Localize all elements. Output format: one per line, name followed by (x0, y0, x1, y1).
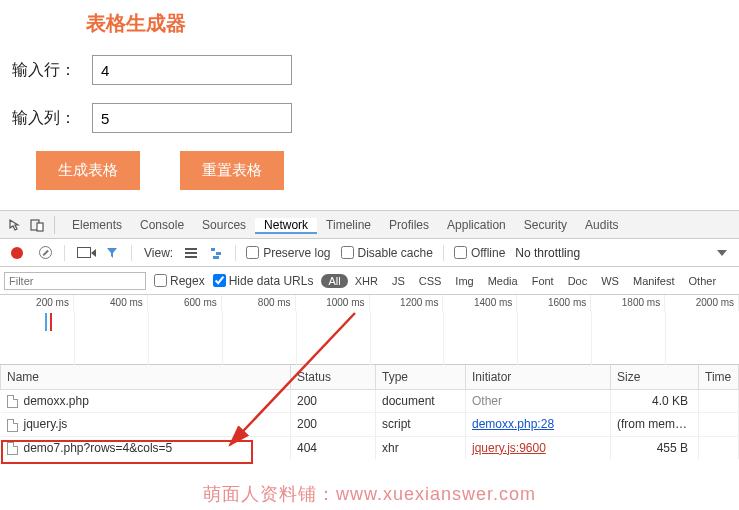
reset-button[interactable]: 重置表格 (180, 151, 284, 190)
filter-type-all[interactable]: All (321, 274, 347, 288)
inspect-icon[interactable] (6, 216, 24, 234)
tab-security[interactable]: Security (515, 218, 576, 232)
view-list-icon[interactable] (183, 245, 199, 261)
clear-icon[interactable] (36, 244, 54, 262)
svg-rect-4 (185, 256, 197, 258)
device-icon[interactable] (28, 216, 46, 234)
timeline-label: 1200 ms (370, 295, 444, 311)
timeline-label: 1000 ms (296, 295, 370, 311)
filter-type-manifest[interactable]: Manifest (626, 274, 682, 288)
chevron-down-icon[interactable] (717, 250, 727, 256)
table-row[interactable]: demo7.php?rows=4&cols=5404xhrjquery.js:9… (1, 436, 739, 459)
filter-icon[interactable] (103, 244, 121, 262)
tab-network[interactable]: Network (255, 218, 317, 234)
filter-type-js[interactable]: JS (385, 274, 412, 288)
divider (64, 245, 65, 261)
hide-data-urls-checkbox[interactable]: Hide data URLs (213, 274, 314, 288)
initiator-link: Other (472, 394, 502, 408)
tab-console[interactable]: Console (131, 218, 193, 232)
cols-input[interactable] (92, 103, 292, 133)
view-label: View: (144, 246, 173, 260)
timeline-label: 1600 ms (517, 295, 591, 311)
tab-elements[interactable]: Elements (63, 218, 131, 232)
tab-application[interactable]: Application (438, 218, 515, 232)
filter-type-css[interactable]: CSS (412, 274, 449, 288)
devtools-tabs: ElementsConsoleSourcesNetworkTimelinePro… (0, 211, 739, 239)
watermark-text: 萌面人资料铺：www.xuexianswer.com (0, 482, 739, 506)
column-header[interactable]: Type (376, 365, 466, 390)
tab-profiles[interactable]: Profiles (380, 218, 438, 232)
timeline-label: 400 ms (74, 295, 148, 311)
svg-rect-2 (185, 248, 197, 250)
timeline-label: 1400 ms (443, 295, 517, 311)
timeline-label: 2000 ms (665, 295, 739, 311)
filter-input[interactable] (4, 272, 146, 290)
network-filterbar: Regex Hide data URLs AllXHRJSCSSImgMedia… (0, 267, 739, 295)
svg-rect-5 (211, 248, 215, 251)
filter-type-media[interactable]: Media (481, 274, 525, 288)
tab-sources[interactable]: Sources (193, 218, 255, 232)
filter-type-font[interactable]: Font (525, 274, 561, 288)
document-icon (7, 395, 18, 408)
table-row[interactable]: jquery.js200scriptdemoxx.php:28(from mem… (1, 413, 739, 436)
document-icon (7, 419, 18, 432)
regex-checkbox[interactable]: Regex (154, 274, 205, 288)
preserve-log-checkbox[interactable]: Preserve log (246, 246, 330, 260)
document-icon (7, 442, 18, 455)
initiator-link[interactable]: jquery.js:9600 (472, 441, 546, 455)
divider (131, 245, 132, 261)
divider (443, 245, 444, 261)
timeline-label: 800 ms (222, 295, 296, 311)
column-header[interactable]: Initiator (466, 365, 611, 390)
record-icon[interactable] (8, 244, 26, 262)
throttling-select[interactable]: No throttling (515, 246, 580, 260)
page-title: 表格生成器 (86, 10, 727, 37)
rows-input[interactable] (92, 55, 292, 85)
tab-audits[interactable]: Audits (576, 218, 627, 232)
network-table: NameStatusTypeInitiatorSizeTime demoxx.p… (0, 365, 739, 459)
view-flow-icon[interactable] (209, 245, 225, 261)
timeline-label: 200 ms (0, 295, 74, 311)
column-header[interactable]: Time (699, 365, 739, 390)
filter-type-img[interactable]: Img (448, 274, 480, 288)
svg-rect-7 (213, 256, 219, 259)
camera-icon[interactable] (75, 244, 93, 262)
svg-rect-3 (185, 252, 197, 254)
divider (235, 245, 236, 261)
filter-type-xhr[interactable]: XHR (348, 274, 385, 288)
network-timeline[interactable]: 200 ms400 ms600 ms800 ms1000 ms1200 ms14… (0, 295, 739, 365)
timeline-label: 1800 ms (591, 295, 665, 311)
column-header[interactable]: Name (1, 365, 291, 390)
generate-button[interactable]: 生成表格 (36, 151, 140, 190)
svg-rect-1 (37, 223, 43, 231)
svg-rect-6 (216, 252, 221, 255)
filter-type-ws[interactable]: WS (594, 274, 626, 288)
column-header[interactable]: Status (291, 365, 376, 390)
divider (54, 216, 55, 234)
timeline-label: 600 ms (148, 295, 222, 311)
rows-label: 输入行： (12, 60, 92, 81)
filter-type-other[interactable]: Other (682, 274, 724, 288)
network-toolbar: View: Preserve log Disable cache Offline… (0, 239, 739, 267)
initiator-link[interactable]: demoxx.php:28 (472, 417, 554, 431)
column-header[interactable]: Size (611, 365, 699, 390)
cols-label: 输入列： (12, 108, 92, 129)
offline-checkbox[interactable]: Offline (454, 246, 505, 260)
table-row[interactable]: demoxx.php200documentOther4.0 KB (1, 390, 739, 413)
disable-cache-checkbox[interactable]: Disable cache (341, 246, 433, 260)
filter-type-doc[interactable]: Doc (561, 274, 595, 288)
tab-timeline[interactable]: Timeline (317, 218, 380, 232)
